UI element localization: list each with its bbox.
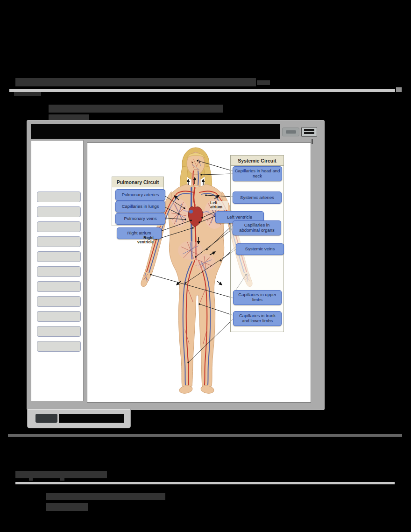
answer-slot[interactable] bbox=[37, 206, 81, 217]
label-capillaries-in-abdominal-organs[interactable]: Capillaries in abdominal organs bbox=[233, 220, 281, 235]
pulmonary-circuit-title: Pulmonary Circuit bbox=[112, 177, 163, 187]
answer-slot[interactable] bbox=[37, 192, 81, 202]
label-systemic-arteries[interactable]: Systemic arteries bbox=[233, 192, 282, 204]
figure-canvas: Systemic Circuit Pulmonary Circuit Pulmo… bbox=[87, 142, 311, 403]
toolbar-button-right-redacted-label-2 bbox=[304, 132, 314, 134]
answer-slot[interactable] bbox=[37, 341, 81, 352]
redacted-descender-2 bbox=[60, 478, 64, 481]
page: Systemic Circuit Pulmonary Circuit Pulmo… bbox=[0, 0, 411, 532]
answer-slot[interactable] bbox=[37, 221, 81, 232]
answer-slot[interactable] bbox=[37, 311, 81, 322]
toolbar-button-left-redacted-label bbox=[286, 130, 296, 134]
toolbar-button-right[interactable] bbox=[301, 127, 317, 137]
label-systemic-veins[interactable]: Systemic veins bbox=[236, 243, 284, 255]
redacted-section-heading bbox=[15, 471, 107, 478]
redacted-part-label bbox=[14, 92, 41, 96]
toolbar-button-left[interactable] bbox=[282, 128, 299, 136]
redacted-page-heading bbox=[15, 78, 256, 86]
label-pulmonary-arteries[interactable]: Pulmonary arteries bbox=[115, 189, 165, 201]
label-capillaries-in-head-and-neck[interactable]: Capillaries in head and neck bbox=[233, 166, 282, 181]
divider-end-tab bbox=[396, 87, 402, 92]
answer-slot[interactable] bbox=[37, 266, 81, 277]
top-divider bbox=[9, 89, 395, 92]
answer-slot[interactable] bbox=[37, 236, 81, 247]
label-capillaries-in-trunk-and-lower-limbs[interactable]: Capillaries in trunk and lower limbs bbox=[233, 311, 282, 326]
footer-button[interactable] bbox=[35, 414, 57, 423]
section-divider bbox=[8, 434, 402, 437]
activity-instruction-bar bbox=[31, 124, 280, 139]
redacted-footer-text bbox=[46, 493, 165, 500]
answer-slot[interactable] bbox=[37, 296, 81, 307]
answer-slot[interactable] bbox=[37, 251, 81, 262]
systemic-circuit-title: Systemic Circuit bbox=[231, 156, 283, 166]
redacted-heading-tail bbox=[257, 80, 270, 85]
label-pulmonary-veins[interactable]: Pulmonary veins bbox=[115, 213, 165, 225]
toolbar-button-right-redacted-label-1 bbox=[304, 129, 314, 131]
resize-tick bbox=[312, 139, 313, 144]
annotation-left-atrium: Left atrium bbox=[210, 201, 228, 210]
answer-slot[interactable] bbox=[37, 326, 81, 337]
redacted-footer-block bbox=[46, 503, 88, 511]
label-capillaries-in-upper-limbs[interactable]: Capillaries in upper limbs bbox=[233, 290, 282, 305]
bottom-divider bbox=[15, 482, 395, 484]
label-capillaries-in-lungs[interactable]: Capillaries in lungs bbox=[115, 201, 165, 213]
answer-slot[interactable] bbox=[37, 281, 81, 292]
footer-redacted-text bbox=[59, 414, 124, 423]
redacted-descender-1 bbox=[29, 478, 33, 481]
label-bank-sidebar bbox=[31, 140, 84, 401]
redacted-instructions-line bbox=[49, 105, 223, 113]
annotation-right-ventricle: Right ventricle bbox=[131, 236, 154, 245]
